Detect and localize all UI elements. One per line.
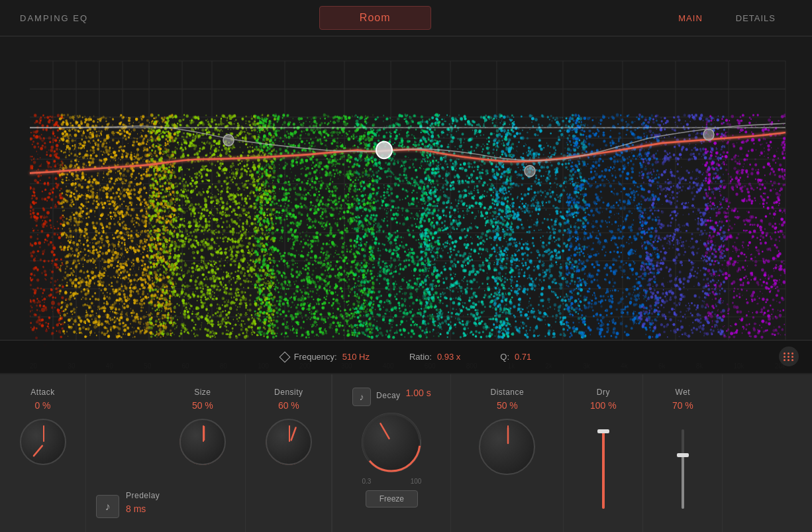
ratio-label: Ratio: bbox=[409, 352, 432, 362]
grid-dots-icon bbox=[784, 352, 794, 361]
attack-knob[interactable] bbox=[20, 419, 66, 465]
plugin-title: DAMPING EQ bbox=[20, 13, 88, 23]
status-bar: Frequency: 510 Hz Ratio: 0.93 x Q: 0.71 bbox=[0, 340, 812, 373]
distance-knob-container[interactable] bbox=[479, 419, 535, 475]
decay-header: ♪ Decay 1.00 s bbox=[352, 388, 431, 406]
tab-details[interactable]: DETAILS bbox=[719, 8, 792, 28]
attack-label: Attack bbox=[30, 388, 54, 397]
distance-knob[interactable] bbox=[479, 419, 535, 475]
frequency-label: Frequency: bbox=[294, 352, 337, 362]
density-control: Density 60 % bbox=[246, 374, 332, 532]
decay-control: ♪ Decay 1.00 s 0.3 100 Freeze bbox=[332, 374, 451, 532]
dry-value: 100 % bbox=[590, 400, 617, 411]
predelay-area: ♪ Predelay 8 ms bbox=[86, 374, 160, 532]
eq-canvas[interactable]: /* particles rendered via canvas below *… bbox=[0, 36, 812, 373]
wet-slider-track[interactable] bbox=[682, 429, 684, 509]
controls-area: Attack 0 % ♪ Predelay 8 ms bbox=[0, 373, 812, 532]
size-label: Size bbox=[194, 388, 211, 397]
dry-slider-handle[interactable] bbox=[597, 429, 609, 433]
wet-slider-fill bbox=[682, 453, 684, 509]
wet-label: Wet bbox=[676, 388, 691, 397]
predelay-text: Predelay 8 ms bbox=[126, 491, 160, 522]
dry-label: Dry bbox=[597, 388, 610, 397]
svg-point-44 bbox=[376, 142, 392, 158]
q-status: Q: 0.71 bbox=[500, 352, 531, 362]
decay-note-button[interactable]: ♪ bbox=[352, 388, 371, 406]
size-value: 50 % bbox=[192, 400, 213, 411]
wet-slider-container[interactable] bbox=[682, 419, 684, 519]
dry-slider-track[interactable] bbox=[602, 429, 605, 509]
dry-slider-container[interactable] bbox=[602, 419, 605, 519]
predelay-control: ♪ Predelay 8 ms bbox=[96, 491, 160, 522]
distance-label: Distance bbox=[491, 388, 525, 397]
frequency-status: Frequency: 510 Hz bbox=[281, 352, 370, 362]
density-knob-container[interactable] bbox=[266, 419, 312, 465]
decay-label: Decay bbox=[376, 391, 401, 400]
distance-value: 50 % bbox=[497, 400, 518, 411]
attack-value: 0 % bbox=[34, 400, 50, 411]
dry-slider-fill bbox=[602, 429, 605, 509]
svg-line-54 bbox=[291, 428, 296, 441]
svg-point-43 bbox=[223, 134, 234, 146]
grid-options-button[interactable] bbox=[779, 346, 799, 366]
attack-knob-container[interactable] bbox=[20, 419, 66, 465]
distance-control: Distance 50 % bbox=[451, 374, 564, 532]
frequency-value: 510 Hz bbox=[342, 352, 370, 362]
header: DAMPING EQ Room MAIN DETAILS bbox=[0, 0, 812, 36]
decay-value: 1.00 s bbox=[406, 388, 431, 398]
decay-knob-container[interactable] bbox=[362, 413, 421, 472]
freeze-button[interactable]: Freeze bbox=[366, 490, 418, 507]
decay-range-max: 100 bbox=[411, 478, 422, 485]
diamond-icon bbox=[279, 351, 290, 362]
plugin-container: DAMPING EQ Room MAIN DETAILS 200% 150% 1… bbox=[0, 0, 812, 532]
size-knob[interactable] bbox=[179, 419, 226, 465]
svg-line-48 bbox=[33, 446, 42, 456]
q-value: 0.71 bbox=[515, 352, 531, 362]
decay-knob[interactable] bbox=[362, 413, 421, 472]
q-label: Q: bbox=[500, 352, 509, 362]
predelay-note-button[interactable]: ♪ bbox=[96, 495, 119, 518]
eq-display[interactable]: 200% 150% 100% 90% 80% 70% 60% 50% 40% 3… bbox=[0, 36, 812, 373]
density-label: Density bbox=[274, 388, 303, 397]
size-knob-container[interactable] bbox=[179, 419, 226, 465]
attack-control: Attack 0 % bbox=[0, 374, 86, 532]
svg-point-45 bbox=[525, 166, 535, 177]
predelay-value: 8 ms bbox=[126, 504, 160, 514]
decay-range: 0.3 100 bbox=[362, 478, 421, 485]
predelay-label: Predelay bbox=[126, 491, 160, 500]
svg-line-57 bbox=[381, 423, 389, 439]
header-tabs: MAIN DETAILS bbox=[662, 8, 792, 28]
ratio-status: Ratio: 0.93 x bbox=[409, 352, 460, 362]
decay-range-min: 0.3 bbox=[362, 478, 371, 485]
ratio-value: 0.93 x bbox=[437, 352, 460, 362]
wet-control: Wet 70 % bbox=[643, 374, 723, 532]
wet-value: 70 % bbox=[672, 400, 693, 411]
dry-control: Dry 100 % bbox=[564, 374, 643, 532]
tab-main[interactable]: MAIN bbox=[662, 8, 719, 28]
svg-point-46 bbox=[703, 129, 714, 140]
density-knob[interactable] bbox=[266, 419, 312, 465]
preset-display[interactable]: Room bbox=[319, 6, 431, 30]
density-value: 60 % bbox=[278, 400, 299, 411]
size-control: Size 50 % bbox=[160, 374, 246, 532]
wet-slider-handle[interactable] bbox=[677, 453, 689, 457]
